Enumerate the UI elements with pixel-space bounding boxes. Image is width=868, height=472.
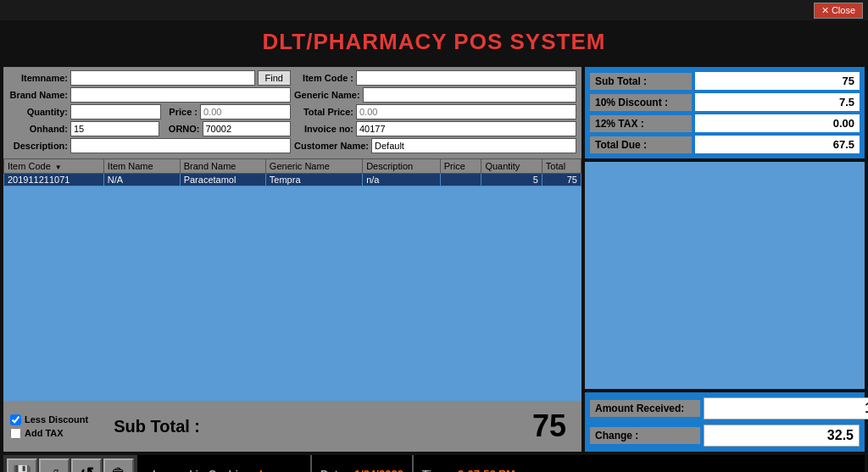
total-price-row: Total Price:: [294, 104, 576, 119]
find-button[interactable]: Find: [258, 70, 291, 86]
itemname-input[interactable]: [70, 70, 255, 86]
generic-name-input[interactable]: [363, 87, 576, 103]
invoice-no-row: Invoice no:: [294, 121, 576, 136]
delete-button[interactable]: 🗑: [103, 458, 134, 472]
app-title: DLT/PHARMACY POS SYSTEM: [0, 29, 868, 55]
bottom-bar: Less Discount Add TAX Sub Total : 75: [3, 401, 581, 452]
onhand-row: Onhand: ORNO:: [8, 121, 291, 136]
form-area: Itemname: Find Brand Name: Quantity: Pri…: [3, 67, 581, 158]
title-bar: ✕ Close: [0, 0, 868, 20]
print-icon: 🖨: [48, 467, 60, 472]
summary-total-due-value: 67.5: [695, 136, 860, 153]
form-left-col: Itemname: Find Brand Name: Quantity: Pri…: [8, 70, 291, 155]
col-quantity: Quantity: [481, 159, 542, 174]
orno-input[interactable]: [203, 121, 292, 136]
item-code-input[interactable]: [356, 70, 576, 86]
subtotal-value: 75: [532, 408, 566, 444]
items-table: Item Code ▼ Item Name Brand Name Generic…: [3, 158, 581, 186]
subtotal-row: Sub Total : 75: [590, 72, 860, 90]
summary-subtotal-value: 75: [695, 72, 860, 90]
add-tax-checkbox[interactable]: [10, 428, 21, 439]
close-icon: ✕: [821, 5, 829, 16]
table-body: 201911211071N/AParacetamolTempran/a575: [4, 174, 581, 186]
cashier-label: Logged in Cashier:: [153, 468, 253, 473]
brand-name-label: Brand Name:: [8, 90, 68, 100]
amount-received-input[interactable]: [704, 397, 868, 419]
less-discount-checkbox[interactable]: [10, 414, 21, 425]
col-description: Description: [363, 159, 441, 174]
price-input[interactable]: [200, 104, 291, 119]
main-content: Itemname: Find Brand Name: Quantity: Pri…: [0, 64, 868, 455]
col-generic-name: Generic Name: [265, 159, 362, 174]
invoice-no-label: Invoice no:: [294, 124, 353, 134]
time-label: Time :: [422, 468, 454, 473]
add-tax-row: Add TAX: [10, 428, 88, 439]
print-button[interactable]: 🖨: [39, 458, 70, 472]
description-label: Description:: [8, 141, 68, 151]
description-input[interactable]: [70, 138, 291, 153]
generic-name-row: Generic Name:: [294, 87, 576, 103]
table-cell: n/a: [363, 174, 441, 186]
change-label: Change :: [590, 427, 700, 444]
refresh-button[interactable]: ↺: [71, 458, 102, 472]
cashier-value: dongcoy: [256, 468, 302, 473]
save-button[interactable]: 💾: [7, 458, 37, 472]
status-bar: 💾 🖨 ↺ 🗑 Logged in Cashier: dongcoy Date …: [0, 455, 868, 472]
table-header-row: Item Code ▼ Item Name Brand Name Generic…: [4, 159, 581, 174]
tax-row: 12% TAX : 0.00: [590, 114, 860, 132]
time-value: 3:07:56 PM: [458, 468, 515, 473]
subtotal-label: Sub Total :: [114, 417, 200, 436]
customer-name-label: Customer Name:: [294, 141, 369, 151]
time-segment: Time : 3:07:56 PM: [414, 455, 524, 472]
customer-name-row: Customer Name:: [294, 138, 576, 153]
quantity-input[interactable]: [70, 104, 161, 119]
amount-received-label: Amount Received:: [590, 400, 700, 417]
onhand-input[interactable]: [70, 121, 159, 136]
itemname-row: Itemname: Find: [8, 70, 291, 86]
brandname-row: Brand Name:: [8, 87, 291, 103]
col-item-code: Item Code ▼: [4, 159, 104, 174]
table-cell: Tempra: [265, 174, 362, 186]
amount-received-row: Amount Received:: [590, 397, 860, 419]
table-cell: N/A: [103, 174, 180, 186]
save-icon: 💾: [13, 464, 31, 472]
table-area: Item Code ▼ Item Name Brand Name Generic…: [3, 158, 581, 401]
app-title-bar: DLT/PHARMACY POS SYSTEM: [0, 20, 868, 64]
change-row: Change : 32.5: [590, 425, 860, 447]
invoice-no-input[interactable]: [356, 121, 576, 136]
quantity-row: Quantity: Price :: [8, 104, 291, 119]
total-price-label: Total Price:: [294, 107, 353, 117]
col-total: Total: [542, 159, 581, 174]
summary-box: Sub Total : 75 10% Discount : 7.5 12% TA…: [585, 67, 865, 158]
onhand-label: Onhand:: [8, 124, 68, 134]
checkboxes-area: Less Discount Add TAX: [10, 414, 88, 439]
table-row[interactable]: 201911211071N/AParacetamolTempran/a575: [4, 174, 581, 186]
change-value: 32.5: [704, 425, 860, 447]
form-right-col: Item Code : Generic Name: Total Price: I…: [294, 70, 576, 155]
table-cell: Paracetamol: [180, 174, 265, 186]
date-value: 1/24/2020: [354, 468, 403, 473]
total-price-input[interactable]: [356, 104, 576, 119]
price-label: Price :: [164, 107, 198, 117]
close-label: Close: [832, 5, 855, 15]
summary-discount-label: 10% Discount :: [590, 94, 692, 111]
right-panel: Sub Total : 75 10% Discount : 7.5 12% TA…: [585, 67, 865, 452]
close-button[interactable]: ✕ Close: [814, 3, 863, 19]
col-item-name: Item Name: [103, 159, 180, 174]
table-cell: 75: [542, 174, 581, 186]
sort-icon: ▼: [55, 164, 62, 171]
col-price: Price: [440, 159, 481, 174]
customer-name-input[interactable]: [371, 138, 576, 153]
orno-label: ORNO:: [162, 124, 200, 134]
discount-row: 10% Discount : 7.5: [590, 93, 860, 111]
middle-right-panel: [585, 162, 865, 389]
add-tax-label: Add TAX: [25, 428, 64, 438]
date-label: Date :: [320, 468, 351, 473]
total-due-row: Total Due : 67.5: [590, 136, 860, 153]
date-segment: Date : 1/24/2020: [312, 455, 414, 472]
less-discount-row: Less Discount: [10, 414, 88, 425]
itemname-label: Itemname:: [8, 73, 68, 83]
status-text-area: Logged in Cashier: dongcoy Date : 1/24/2…: [137, 455, 865, 472]
brand-name-input[interactable]: [70, 87, 291, 103]
item-code-label: Item Code :: [294, 73, 353, 83]
